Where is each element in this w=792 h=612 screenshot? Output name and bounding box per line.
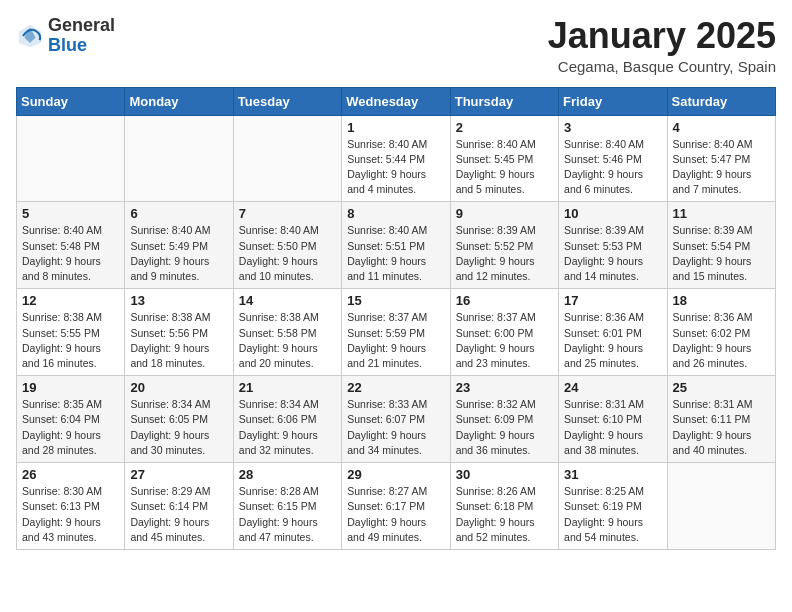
day-number: 21 <box>239 380 336 395</box>
calendar-cell: 28Sunrise: 8:28 AM Sunset: 6:15 PM Dayli… <box>233 463 341 550</box>
day-number: 26 <box>22 467 119 482</box>
week-row-4: 19Sunrise: 8:35 AM Sunset: 6:04 PM Dayli… <box>17 376 776 463</box>
day-number: 31 <box>564 467 661 482</box>
day-number: 22 <box>347 380 444 395</box>
day-number: 3 <box>564 120 661 135</box>
calendar-cell: 24Sunrise: 8:31 AM Sunset: 6:10 PM Dayli… <box>559 376 667 463</box>
day-info: Sunrise: 8:25 AM Sunset: 6:19 PM Dayligh… <box>564 484 661 545</box>
logo-blue: Blue <box>48 35 87 55</box>
day-info: Sunrise: 8:40 AM Sunset: 5:45 PM Dayligh… <box>456 137 553 198</box>
day-info: Sunrise: 8:29 AM Sunset: 6:14 PM Dayligh… <box>130 484 227 545</box>
day-info: Sunrise: 8:30 AM Sunset: 6:13 PM Dayligh… <box>22 484 119 545</box>
weekday-header-thursday: Thursday <box>450 87 558 115</box>
day-number: 19 <box>22 380 119 395</box>
day-number: 6 <box>130 206 227 221</box>
calendar-cell: 1Sunrise: 8:40 AM Sunset: 5:44 PM Daylig… <box>342 115 450 202</box>
day-info: Sunrise: 8:40 AM Sunset: 5:46 PM Dayligh… <box>564 137 661 198</box>
calendar-cell: 3Sunrise: 8:40 AM Sunset: 5:46 PM Daylig… <box>559 115 667 202</box>
day-number: 24 <box>564 380 661 395</box>
calendar-cell: 25Sunrise: 8:31 AM Sunset: 6:11 PM Dayli… <box>667 376 775 463</box>
calendar-cell: 14Sunrise: 8:38 AM Sunset: 5:58 PM Dayli… <box>233 289 341 376</box>
calendar-cell <box>17 115 125 202</box>
day-number: 8 <box>347 206 444 221</box>
day-info: Sunrise: 8:32 AM Sunset: 6:09 PM Dayligh… <box>456 397 553 458</box>
day-info: Sunrise: 8:40 AM Sunset: 5:44 PM Dayligh… <box>347 137 444 198</box>
calendar-cell: 19Sunrise: 8:35 AM Sunset: 6:04 PM Dayli… <box>17 376 125 463</box>
day-info: Sunrise: 8:31 AM Sunset: 6:10 PM Dayligh… <box>564 397 661 458</box>
day-info: Sunrise: 8:36 AM Sunset: 6:01 PM Dayligh… <box>564 310 661 371</box>
weekday-header-tuesday: Tuesday <box>233 87 341 115</box>
calendar-cell: 16Sunrise: 8:37 AM Sunset: 6:00 PM Dayli… <box>450 289 558 376</box>
day-info: Sunrise: 8:38 AM Sunset: 5:55 PM Dayligh… <box>22 310 119 371</box>
day-info: Sunrise: 8:37 AM Sunset: 6:00 PM Dayligh… <box>456 310 553 371</box>
day-info: Sunrise: 8:38 AM Sunset: 5:58 PM Dayligh… <box>239 310 336 371</box>
calendar-cell: 8Sunrise: 8:40 AM Sunset: 5:51 PM Daylig… <box>342 202 450 289</box>
calendar-cell: 17Sunrise: 8:36 AM Sunset: 6:01 PM Dayli… <box>559 289 667 376</box>
title-block: January 2025 Cegama, Basque Country, Spa… <box>548 16 776 75</box>
weekday-header-monday: Monday <box>125 87 233 115</box>
day-number: 25 <box>673 380 770 395</box>
day-number: 15 <box>347 293 444 308</box>
calendar-cell: 4Sunrise: 8:40 AM Sunset: 5:47 PM Daylig… <box>667 115 775 202</box>
day-info: Sunrise: 8:38 AM Sunset: 5:56 PM Dayligh… <box>130 310 227 371</box>
week-row-5: 26Sunrise: 8:30 AM Sunset: 6:13 PM Dayli… <box>17 463 776 550</box>
calendar-cell: 7Sunrise: 8:40 AM Sunset: 5:50 PM Daylig… <box>233 202 341 289</box>
weekday-header-saturday: Saturday <box>667 87 775 115</box>
day-info: Sunrise: 8:39 AM Sunset: 5:54 PM Dayligh… <box>673 223 770 284</box>
calendar-cell: 20Sunrise: 8:34 AM Sunset: 6:05 PM Dayli… <box>125 376 233 463</box>
weekday-header-sunday: Sunday <box>17 87 125 115</box>
weekday-header-wednesday: Wednesday <box>342 87 450 115</box>
day-number: 11 <box>673 206 770 221</box>
day-info: Sunrise: 8:34 AM Sunset: 6:06 PM Dayligh… <box>239 397 336 458</box>
day-number: 13 <box>130 293 227 308</box>
page-header: General Blue January 2025 Cegama, Basque… <box>16 16 776 75</box>
calendar-cell: 18Sunrise: 8:36 AM Sunset: 6:02 PM Dayli… <box>667 289 775 376</box>
calendar-cell <box>125 115 233 202</box>
day-number: 12 <box>22 293 119 308</box>
day-number: 16 <box>456 293 553 308</box>
day-info: Sunrise: 8:40 AM Sunset: 5:51 PM Dayligh… <box>347 223 444 284</box>
day-number: 9 <box>456 206 553 221</box>
day-info: Sunrise: 8:40 AM Sunset: 5:48 PM Dayligh… <box>22 223 119 284</box>
day-number: 23 <box>456 380 553 395</box>
weekday-header-friday: Friday <box>559 87 667 115</box>
week-row-2: 5Sunrise: 8:40 AM Sunset: 5:48 PM Daylig… <box>17 202 776 289</box>
calendar-cell: 10Sunrise: 8:39 AM Sunset: 5:53 PM Dayli… <box>559 202 667 289</box>
day-number: 20 <box>130 380 227 395</box>
day-number: 17 <box>564 293 661 308</box>
calendar-cell: 9Sunrise: 8:39 AM Sunset: 5:52 PM Daylig… <box>450 202 558 289</box>
day-info: Sunrise: 8:37 AM Sunset: 5:59 PM Dayligh… <box>347 310 444 371</box>
weekday-header-row: SundayMondayTuesdayWednesdayThursdayFrid… <box>17 87 776 115</box>
calendar-cell: 26Sunrise: 8:30 AM Sunset: 6:13 PM Dayli… <box>17 463 125 550</box>
calendar-cell: 5Sunrise: 8:40 AM Sunset: 5:48 PM Daylig… <box>17 202 125 289</box>
calendar-cell: 12Sunrise: 8:38 AM Sunset: 5:55 PM Dayli… <box>17 289 125 376</box>
day-info: Sunrise: 8:26 AM Sunset: 6:18 PM Dayligh… <box>456 484 553 545</box>
day-number: 28 <box>239 467 336 482</box>
calendar-cell <box>667 463 775 550</box>
day-number: 27 <box>130 467 227 482</box>
calendar-cell: 11Sunrise: 8:39 AM Sunset: 5:54 PM Dayli… <box>667 202 775 289</box>
day-number: 10 <box>564 206 661 221</box>
day-info: Sunrise: 8:31 AM Sunset: 6:11 PM Dayligh… <box>673 397 770 458</box>
day-info: Sunrise: 8:35 AM Sunset: 6:04 PM Dayligh… <box>22 397 119 458</box>
month-title: January 2025 <box>548 16 776 56</box>
day-number: 14 <box>239 293 336 308</box>
calendar-cell: 30Sunrise: 8:26 AM Sunset: 6:18 PM Dayli… <box>450 463 558 550</box>
day-number: 4 <box>673 120 770 135</box>
calendar-cell: 2Sunrise: 8:40 AM Sunset: 5:45 PM Daylig… <box>450 115 558 202</box>
day-number: 7 <box>239 206 336 221</box>
day-number: 29 <box>347 467 444 482</box>
day-info: Sunrise: 8:33 AM Sunset: 6:07 PM Dayligh… <box>347 397 444 458</box>
day-info: Sunrise: 8:40 AM Sunset: 5:47 PM Dayligh… <box>673 137 770 198</box>
day-number: 5 <box>22 206 119 221</box>
calendar-cell: 23Sunrise: 8:32 AM Sunset: 6:09 PM Dayli… <box>450 376 558 463</box>
calendar-cell: 15Sunrise: 8:37 AM Sunset: 5:59 PM Dayli… <box>342 289 450 376</box>
day-info: Sunrise: 8:36 AM Sunset: 6:02 PM Dayligh… <box>673 310 770 371</box>
day-info: Sunrise: 8:40 AM Sunset: 5:50 PM Dayligh… <box>239 223 336 284</box>
day-info: Sunrise: 8:39 AM Sunset: 5:53 PM Dayligh… <box>564 223 661 284</box>
location: Cegama, Basque Country, Spain <box>548 58 776 75</box>
week-row-3: 12Sunrise: 8:38 AM Sunset: 5:55 PM Dayli… <box>17 289 776 376</box>
calendar-table: SundayMondayTuesdayWednesdayThursdayFrid… <box>16 87 776 550</box>
calendar-cell: 13Sunrise: 8:38 AM Sunset: 5:56 PM Dayli… <box>125 289 233 376</box>
calendar-cell: 21Sunrise: 8:34 AM Sunset: 6:06 PM Dayli… <box>233 376 341 463</box>
